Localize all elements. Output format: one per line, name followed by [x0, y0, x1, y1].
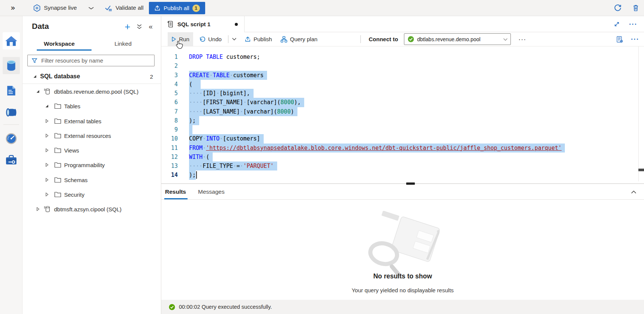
code-token: TABLE	[206, 54, 223, 60]
tree-item-views[interactable]: Views	[23, 143, 161, 157]
collapse-panel-button[interactable]: «	[149, 22, 153, 31]
query-plan-icon	[281, 36, 287, 43]
tree-item-sql-database[interactable]: SQL database2	[23, 69, 161, 84]
validate-all-label: Validate all	[116, 4, 144, 11]
caret-expanded-icon[interactable]	[33, 75, 37, 78]
folder-icon	[54, 162, 62, 168]
caret-collapsed-icon[interactable]	[45, 133, 49, 138]
chevron-down-icon	[88, 5, 94, 11]
publish-upload-icon	[154, 5, 161, 11]
results-tabbar: Results Messages	[161, 184, 644, 200]
home-icon	[5, 35, 18, 47]
code-line-14[interactable]: 14);	[161, 170, 644, 179]
publish-all-button[interactable]: Publish all 1	[149, 2, 205, 14]
query-plan-button[interactable]: Query plan	[281, 32, 317, 46]
selection-highlight: );	[189, 116, 199, 125]
sql-code-editor[interactable]: 1DROP TABLE customers;23CREATE·TABLE·cus…	[161, 46, 644, 183]
refresh-button[interactable]	[614, 0, 622, 16]
caret-collapsed-icon[interactable]	[45, 148, 49, 153]
code-token: ·customers	[230, 72, 263, 79]
caret-expanded-icon[interactable]	[36, 90, 40, 93]
success-check-icon	[169, 304, 175, 310]
editor-scrollbar-thumb[interactable]	[638, 169, 644, 171]
code-line-12[interactable]: 12WITH·(	[161, 153, 644, 161]
nav-home[interactable]	[3, 32, 20, 49]
tab-sql-script-1[interactable]: SQL script 1	[161, 16, 245, 32]
code-line-1[interactable]: 1DROP TABLE customers;	[161, 52, 644, 61]
connect-more-actions[interactable]: ···	[518, 32, 526, 46]
database-cylinder-icon	[6, 60, 17, 72]
tab-linked[interactable]: Linked	[91, 37, 155, 50]
tree-item-dbtlabs-revenue-demo-pool-sql[interactable]: dbtlabs.revenue.demo.pool (SQL)	[23, 84, 161, 99]
caret-collapsed-icon[interactable]	[45, 119, 49, 123]
nav-monitor[interactable]	[3, 130, 20, 147]
caret-collapsed-icon[interactable]	[45, 193, 49, 197]
run-button[interactable]: Run	[168, 32, 193, 46]
nav-develop[interactable]	[3, 82, 20, 99]
code-line-6[interactable]: 6····[FIRST_NAME]·[varchar](8000),	[161, 98, 644, 107]
collapse-all-icon[interactable]	[137, 24, 142, 30]
code-line-4[interactable]: 4(	[161, 80, 644, 89]
document-icon	[6, 85, 17, 97]
tab-more-actions[interactable]: ···	[629, 22, 637, 26]
code-line-11[interactable]: 11FROM·'https://dbtlabsynapsedatalake.bl…	[161, 144, 644, 153]
collapse-results-chevron[interactable]	[631, 189, 636, 195]
ellipsis-icon: ···	[631, 37, 639, 41]
connect-to-pool-dropdown[interactable]: dbtlabs.revenue.demo.pool	[404, 33, 511, 45]
tree-item-programmability[interactable]: Programmability	[23, 158, 161, 172]
code-line-10[interactable]: 10COPY·INTO·[customers]	[161, 134, 644, 143]
query-status-text: 00:00:02 Query executed successfully.	[179, 304, 272, 310]
publish-button[interactable]: Publish	[245, 32, 272, 46]
filter-resources-input[interactable]	[41, 57, 154, 64]
caret-collapsed-icon[interactable]	[36, 207, 40, 211]
caret-collapsed-icon[interactable]	[45, 163, 49, 167]
unsaved-changes-dot	[235, 23, 238, 26]
code-line-5[interactable]: 5····[ID]·[bigint],	[161, 89, 644, 98]
code-line-8[interactable]: 8);	[161, 116, 644, 125]
run-options-chevron[interactable]	[232, 32, 237, 46]
caret-collapsed-icon[interactable]	[45, 178, 49, 182]
code-line-3[interactable]: 3CREATE·TABLE·customers	[161, 71, 644, 80]
folder-icon	[54, 147, 62, 154]
nav-manage[interactable]	[3, 151, 20, 168]
line-number: 3	[161, 72, 178, 79]
nav-data[interactable]	[3, 57, 20, 74]
add-resource-button[interactable]: +	[125, 23, 130, 30]
sql-script-icon	[167, 20, 174, 28]
publish-icon	[245, 36, 251, 42]
tab-workspace[interactable]: Workspace	[27, 37, 91, 50]
toolbar-more-actions[interactable]: ···	[631, 32, 639, 46]
tree-item-external-resources[interactable]: External resources	[23, 128, 161, 143]
validate-all-button[interactable]: Validate all	[104, 0, 144, 16]
filter-resources-box[interactable]	[27, 55, 155, 66]
code-line-9[interactable]: 9	[161, 125, 644, 134]
line-number: 11	[161, 145, 178, 151]
tab-results[interactable]: Results	[165, 184, 186, 199]
tree-item-label: Programmability	[64, 162, 105, 168]
tab-messages[interactable]: Messages	[198, 184, 225, 199]
query-plan-label: Query plan	[290, 36, 317, 42]
discard-all-button[interactable]	[632, 0, 640, 16]
results-body: No results to show Your query yielded no…	[161, 200, 644, 300]
undo-button[interactable]: Undo	[199, 32, 222, 46]
tree-item-dbtmsft-azsyn-cipool-sql[interactable]: dbtmsft.azsyn.cipool (SQL)	[23, 202, 161, 217]
expand-editor-icon[interactable]	[614, 21, 620, 27]
tree-item-external-tables[interactable]: External tables	[23, 114, 161, 128]
code-line-7[interactable]: 7····[LAST_NAME]·[varchar](8000)	[161, 107, 644, 116]
folder-icon	[54, 132, 62, 139]
line-number: 6	[161, 99, 178, 106]
properties-button[interactable]	[616, 32, 623, 46]
code-token: WITH	[189, 154, 203, 160]
toolbox-icon	[5, 154, 17, 165]
tree-item-tables[interactable]: Tables	[23, 99, 161, 114]
environment-selector[interactable]: Synapse live	[33, 0, 93, 16]
caret-expanded-icon[interactable]	[45, 104, 49, 108]
nav-integrate[interactable]	[3, 104, 20, 121]
tree-item-security[interactable]: Security	[23, 187, 161, 202]
code-line-13[interactable]: 13····FILE_TYPE·=·'PARQUET'	[161, 161, 644, 170]
tree-item-schemas[interactable]: Schemas	[23, 172, 161, 187]
code-line-2[interactable]: 2	[161, 61, 644, 70]
expand-panel-button[interactable]: »	[11, 0, 15, 16]
tree-item-label: dbtlabs.revenue.demo.pool (SQL)	[54, 88, 138, 94]
editor-toolbar: Run Undo Publish	[161, 32, 644, 46]
